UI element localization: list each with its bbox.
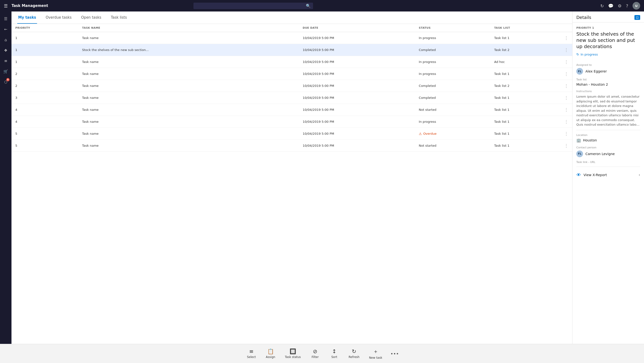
cell-status: Completed — [415, 92, 490, 104]
sidebar-badge-icon[interactable]: ○ 0 — [2, 78, 10, 86]
task-list-value: Mohan - Houston 2 — [576, 83, 640, 86]
cell-status: ⚠ Overdue — [415, 128, 490, 140]
status-badge: In progress — [419, 120, 436, 124]
table-row[interactable]: 4 Task name 10/04/2019 5:00 PM Not start… — [12, 104, 572, 116]
cell-priority: 2 — [12, 80, 78, 92]
status-badge: Completed — [419, 48, 436, 52]
task-status-button[interactable]: 🔲 Task status — [281, 347, 305, 360]
row-menu-button[interactable]: ⋮ — [564, 95, 568, 100]
table-row[interactable]: 1 Task name 10/04/2019 5:00 PM In progre… — [12, 56, 572, 68]
row-menu-button[interactable]: ⋮ — [564, 131, 568, 136]
sort-button[interactable]: ↕ Sort — [326, 347, 343, 360]
cell-task-name: Task name — [78, 56, 299, 68]
cell-menu: ⋮ — [560, 68, 572, 80]
tab-open-tasks[interactable]: Open tasks — [80, 12, 102, 24]
row-menu-button[interactable]: ⋮ — [564, 107, 568, 112]
cell-priority: 1 — [12, 56, 78, 68]
notification-badge: 0 — [6, 78, 10, 81]
assign-button[interactable]: 📋 Assign — [262, 347, 279, 360]
refresh-icon[interactable]: ↻ — [600, 3, 604, 8]
cell-menu: ⋮ — [560, 80, 572, 92]
new-task-label: New task — [369, 356, 382, 359]
refresh-button[interactable]: ↻ Refresh — [345, 347, 363, 360]
select-button[interactable]: ≡ Select — [243, 347, 260, 360]
cell-task-name: Task name — [78, 92, 299, 104]
sidebar-cart-icon[interactable]: 🛒 — [2, 67, 10, 76]
settings-icon[interactable]: ⚙ — [618, 3, 622, 8]
status-badge: Completed — [419, 84, 436, 88]
main-area: ☰ ← ⌂ ❖ ≡ 🛒 ○ 0 My tasks Overdue tasks O… — [0, 12, 644, 344]
task-list-label: Task list — [576, 78, 640, 81]
table-row[interactable]: 5 Task name 10/04/2019 5:00 PM ⚠ Overdue… — [12, 128, 572, 140]
instructions-label: Instructions — [576, 90, 640, 93]
cell-task-name: Task name — [78, 104, 299, 116]
tab-task-lists[interactable]: Task lists — [110, 12, 128, 24]
cell-task-list: Task list 1 — [490, 140, 560, 152]
app-title: Task Management — [12, 4, 48, 8]
cell-task-name: Task name — [78, 140, 299, 152]
cell-task-list: Task list 1 — [490, 128, 560, 140]
divider2 — [576, 167, 640, 167]
col-task-name: TASK NAME — [78, 24, 299, 32]
contact-avatar: FL — [576, 151, 583, 157]
search-icon: 🔍 — [306, 4, 311, 8]
assign-icon: 📋 — [267, 348, 274, 354]
search-input[interactable] — [194, 3, 313, 9]
status-badge: Not started — [419, 108, 436, 112]
cell-menu: ⋮ — [560, 56, 572, 68]
sidebar-list-icon[interactable]: ≡ — [2, 57, 10, 65]
new-task-button[interactable]: ＋ New task — [365, 346, 386, 361]
details-collapse-button[interactable]: ⊡ — [634, 15, 640, 20]
table-row[interactable]: 4 Task name 10/04/2019 5:00 PM In progre… — [12, 116, 572, 128]
cell-task-name: Task name — [78, 116, 299, 128]
sidebar-menu-icon[interactable]: ☰ — [2, 14, 10, 23]
cell-status: Not started — [415, 104, 490, 116]
task-link-label: Task link - URL — [576, 161, 640, 164]
cell-priority: 1 — [12, 32, 78, 44]
table-row[interactable]: 2 Task name 10/04/2019 5:00 PM Completed… — [12, 80, 572, 92]
table-row[interactable]: 1 Task name 10/04/2019 5:00 PM In progre… — [12, 32, 572, 44]
help-icon[interactable]: ? — [626, 3, 628, 8]
sidebar-home-icon[interactable]: ⌂ — [2, 36, 10, 44]
sidebar-back-icon[interactable]: ← — [2, 25, 10, 34]
view-xreport-button[interactable]: 👁 View X-Report › — [576, 170, 640, 180]
row-menu-button[interactable]: ⋮ — [564, 47, 568, 52]
select-icon: ≡ — [249, 348, 254, 354]
bottom-toolbar: ≡ Select 📋 Assign 🔲 Task status ⊘ Filter… — [0, 344, 644, 363]
detail-task-title: Stock the shelves of the new sub section… — [576, 31, 640, 50]
table-row[interactable]: 1 Stock the shelves of the new sub secti… — [12, 44, 572, 56]
hamburger-icon[interactable]: ☰ — [4, 3, 8, 8]
task-table-wrapper: PRIORITY TASK NAME DUE DATE STATUS TASK … — [12, 24, 572, 344]
more-button[interactable]: ••• — [388, 349, 401, 358]
row-menu-button[interactable]: ⋮ — [564, 83, 568, 88]
table-row[interactable]: 2 Task name 10/04/2019 5:00 PM In progre… — [12, 68, 572, 80]
table-row[interactable]: 3 Task name 10/04/2019 5:00 PM Completed… — [12, 92, 572, 104]
tab-overdue-tasks[interactable]: Overdue tasks — [45, 12, 72, 24]
table-row[interactable]: 5 Task name 10/04/2019 5:00 PM Not start… — [12, 140, 572, 152]
status-badge: In progress — [419, 72, 436, 76]
cell-priority: 4 — [12, 116, 78, 128]
sidebar-apps-icon[interactable]: ❖ — [2, 46, 10, 55]
cell-due-date: 10/04/2019 5:00 PM — [299, 32, 415, 44]
tab-my-tasks[interactable]: My tasks — [17, 12, 37, 24]
location-icon: 🏢 — [576, 138, 581, 143]
detail-status-text: In progress — [581, 53, 598, 56]
user-avatar[interactable]: U — [632, 2, 640, 10]
status-badge: In progress — [419, 60, 436, 64]
select-label: Select — [247, 355, 256, 359]
cell-menu: ⋮ — [560, 44, 572, 56]
row-menu-button[interactable]: ⋮ — [564, 143, 568, 148]
cell-menu: ⋮ — [560, 92, 572, 104]
location-label: Location — [576, 134, 640, 137]
row-menu-button[interactable]: ⋮ — [564, 36, 568, 41]
filter-icon: ⊘ — [313, 348, 317, 354]
filter-button[interactable]: ⊘ Filter — [306, 347, 324, 360]
row-menu-button[interactable]: ⋮ — [564, 59, 568, 64]
cell-task-name: Task name — [78, 80, 299, 92]
chat-icon[interactable]: 💬 — [608, 3, 614, 8]
row-menu-button[interactable]: ⋮ — [564, 119, 568, 124]
overdue-icon: ⚠ — [419, 132, 422, 136]
cell-status: Completed — [415, 80, 490, 92]
assigned-to-label: Assigned to — [576, 63, 640, 67]
row-menu-button[interactable]: ⋮ — [564, 71, 568, 76]
